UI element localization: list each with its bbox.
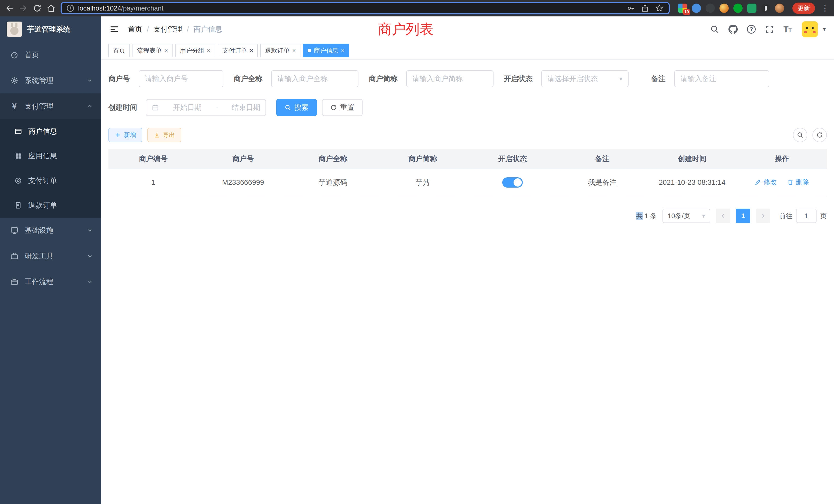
date-range-picker[interactable]: 开始日期 - 结束日期 bbox=[146, 99, 266, 116]
site-info-icon[interactable]: i bbox=[67, 5, 74, 12]
sidebar-item-merchant-info[interactable]: 商户信息 bbox=[0, 119, 101, 144]
filter-merchant-no: 商户号 bbox=[108, 70, 223, 87]
extension-badge: 10 bbox=[683, 9, 690, 15]
sidebar: 芋道管理系统 首页 系统管理 ¥ 支付管理 商户信息 bbox=[0, 17, 101, 504]
export-button[interactable]: 导出 bbox=[147, 128, 181, 142]
breadcrumb-home[interactable]: 首页 bbox=[128, 24, 142, 34]
close-icon[interactable]: × bbox=[249, 47, 253, 54]
app-title: 芋道管理系统 bbox=[27, 24, 70, 34]
share-icon[interactable] bbox=[641, 4, 649, 12]
sidebar-item-dev-tools[interactable]: 研发工具 bbox=[0, 243, 101, 269]
toolbar-right bbox=[793, 128, 827, 142]
github-icon[interactable] bbox=[728, 25, 738, 34]
tab-user-group[interactable]: 用户分组× bbox=[175, 44, 215, 57]
sidebar-item-pay-order[interactable]: 支付订单 bbox=[0, 168, 101, 193]
home-icon[interactable] bbox=[47, 4, 56, 13]
sidebar-item-payment[interactable]: ¥ 支付管理 bbox=[0, 93, 101, 119]
page-size-select[interactable]: 10条/页 ▾ bbox=[662, 209, 710, 223]
sidebar-logo[interactable]: 芋道管理系统 bbox=[0, 17, 101, 42]
sidebar-item-workflow[interactable]: 工作流程 bbox=[0, 269, 101, 295]
merchant-no-input[interactable] bbox=[145, 75, 217, 83]
extension-icon-avatar[interactable] bbox=[720, 4, 729, 13]
fullscreen-icon[interactable] bbox=[765, 25, 774, 34]
cell-status bbox=[467, 169, 557, 196]
remark-input[interactable] bbox=[680, 75, 763, 83]
help-icon[interactable]: ? bbox=[747, 25, 756, 33]
chevron-down-icon: ▾ bbox=[702, 212, 705, 220]
add-button[interactable]: 新增 bbox=[108, 128, 142, 142]
extension-icon-drop[interactable] bbox=[692, 4, 701, 13]
extension-icon-pin[interactable] bbox=[761, 4, 770, 13]
cell-short-name: 芋艿 bbox=[378, 169, 467, 196]
app-shell: 芋道管理系统 首页 系统管理 ¥ 支付管理 商户信息 bbox=[0, 17, 834, 504]
extension-icon-green-square[interactable] bbox=[747, 4, 756, 13]
close-icon[interactable]: × bbox=[207, 47, 211, 54]
reload-icon[interactable] bbox=[33, 4, 42, 13]
cell-remark: 我是备注 bbox=[557, 169, 647, 196]
sidebar-item-home[interactable]: 首页 bbox=[0, 42, 101, 68]
sidebar-item-system[interactable]: 系统管理 bbox=[0, 68, 101, 93]
password-key-icon[interactable] bbox=[627, 4, 635, 12]
chevron-down-icon bbox=[87, 253, 93, 259]
filter-status: 开启状态 请选择开启状态 ▾ bbox=[504, 70, 629, 87]
tab-merchant-info[interactable]: 商户信息× bbox=[303, 44, 349, 57]
close-icon[interactable]: × bbox=[164, 47, 168, 54]
goto-page-input[interactable] bbox=[796, 209, 816, 223]
browser-update-button[interactable]: 更新 bbox=[792, 3, 815, 14]
search-icon bbox=[285, 104, 291, 111]
tab-pay-order[interactable]: 支付订单× bbox=[218, 44, 258, 57]
prev-page-button[interactable] bbox=[716, 209, 730, 223]
col-full-name: 商户全称 bbox=[288, 149, 378, 169]
document-icon bbox=[14, 202, 22, 209]
breadcrumb-payment[interactable]: 支付管理 bbox=[154, 24, 182, 34]
search-button[interactable]: 搜索 bbox=[276, 99, 317, 116]
edit-button[interactable]: 修改 bbox=[755, 178, 777, 187]
date-separator: - bbox=[215, 104, 218, 112]
forward-icon[interactable] bbox=[19, 4, 28, 13]
breadcrumb: 首页 / 支付管理 / 商户信息 bbox=[128, 24, 222, 34]
user-avatar[interactable] bbox=[802, 21, 818, 37]
reset-button[interactable]: 重置 bbox=[322, 99, 363, 116]
toggle-search-button[interactable] bbox=[793, 128, 807, 142]
profile-avatar-icon[interactable] bbox=[775, 4, 784, 13]
refresh-table-button[interactable] bbox=[812, 128, 827, 142]
close-icon[interactable]: × bbox=[292, 47, 296, 54]
date-end-placeholder: 结束日期 bbox=[232, 102, 260, 112]
filter-row-2: 创建时间 开始日期 - 结束日期 搜索 重置 bbox=[108, 99, 827, 116]
dashboard-icon bbox=[10, 51, 19, 59]
browser-menu-icon[interactable]: ⋮ bbox=[821, 4, 829, 12]
download-icon bbox=[154, 132, 160, 138]
full-name-input[interactable] bbox=[277, 75, 352, 83]
status-toggle[interactable] bbox=[502, 177, 523, 188]
target-icon bbox=[14, 177, 22, 184]
page-number-button[interactable]: 1 bbox=[736, 209, 750, 223]
avatar-caret-icon[interactable]: ▾ bbox=[823, 26, 826, 32]
bookmark-star-icon[interactable] bbox=[655, 4, 663, 12]
briefcase-icon bbox=[10, 278, 19, 286]
address-bar[interactable]: i localhost:1024/pay/merchant bbox=[61, 2, 670, 14]
field-label: 创建时间 bbox=[108, 102, 137, 112]
breadcrumb-separator: / bbox=[187, 25, 189, 33]
sidebar-item-app-info[interactable]: 应用信息 bbox=[0, 144, 101, 168]
chevron-left-icon bbox=[720, 213, 726, 219]
font-size-icon[interactable]: TT bbox=[784, 25, 792, 34]
tab-refund-order[interactable]: 退款订单× bbox=[260, 44, 301, 57]
close-icon[interactable]: × bbox=[341, 47, 345, 54]
search-icon[interactable] bbox=[710, 25, 719, 34]
extension-icon-dark[interactable] bbox=[706, 4, 715, 13]
next-page-button[interactable] bbox=[756, 209, 770, 223]
hamburger-icon[interactable] bbox=[109, 24, 119, 34]
status-select[interactable]: 请选择开启状态 ▾ bbox=[541, 70, 629, 87]
back-icon[interactable] bbox=[5, 4, 14, 13]
extension-icon-grid[interactable]: 10 bbox=[678, 4, 687, 13]
extension-icon-green-circle[interactable] bbox=[733, 4, 743, 13]
tab-process-form[interactable]: 流程表单× bbox=[132, 44, 173, 57]
refresh-icon bbox=[816, 132, 823, 138]
search-icon bbox=[797, 132, 804, 138]
short-name-input[interactable] bbox=[412, 75, 487, 83]
tab-home[interactable]: 首页 bbox=[108, 44, 130, 57]
filter-row-1: 商户号 商户全称 商户简称 开启状态 请选择开启状态 ▾ bbox=[108, 70, 827, 87]
delete-button[interactable]: 删除 bbox=[787, 178, 809, 187]
sidebar-item-refund-order[interactable]: 退款订单 bbox=[0, 193, 101, 217]
sidebar-item-infrastructure[interactable]: 基础设施 bbox=[0, 217, 101, 243]
